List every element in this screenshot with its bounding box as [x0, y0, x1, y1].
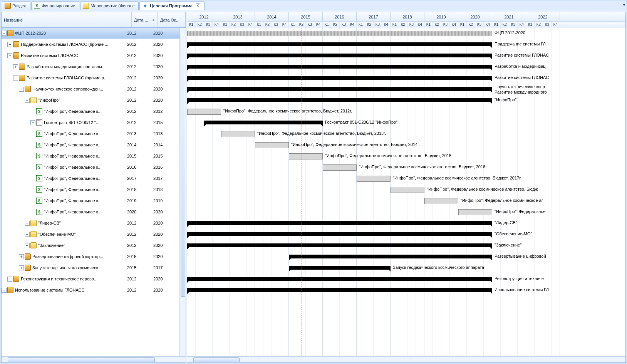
year-header[interactable]: 2012	[187, 12, 221, 21]
quarter-header[interactable]: К4	[348, 22, 357, 28]
quarter-header[interactable]: К3	[204, 22, 213, 28]
quarter-header[interactable]: К3	[441, 22, 450, 28]
quarter-header[interactable]: К3	[340, 22, 348, 28]
quarter-header[interactable]: К1	[526, 22, 535, 28]
tree-row[interactable]: +Разработка и модернизация составны...20…	[2, 61, 179, 72]
quarter-header[interactable]: К1	[458, 22, 467, 28]
task-bar[interactable]	[255, 142, 289, 148]
collapse-icon[interactable]: −	[7, 53, 12, 58]
tree-row[interactable]: −Научно-техническое сопровожден...201220…	[2, 84, 179, 95]
gantt-row[interactable]: Госконтракт 851-С200/12 "ИнфоПро"	[187, 117, 625, 129]
gantt-row[interactable]: "ИнфоПро", Федеральное космическое агент…	[187, 173, 625, 185]
summary-bar[interactable]	[187, 98, 492, 102]
summary-bar[interactable]	[187, 221, 492, 225]
expand-icon[interactable]: +	[7, 42, 12, 47]
quarter-header[interactable]: К2	[365, 22, 374, 28]
tree-row[interactable]: +Развертывание цифровой картогр...201520…	[2, 251, 179, 262]
tree-row[interactable]: $"ИнфоПро", Федеральное к...20152015	[2, 151, 179, 162]
tab-overflow-icon[interactable]: ▾	[623, 3, 625, 7]
gantt-row[interactable]: "ИнфоПро", Федеральное космическое агент…	[187, 140, 625, 151]
tab-2[interactable]: Мероприятие (Финанс	[80, 1, 139, 10]
gantt-row[interactable]: "Обеспечение-МО"	[187, 229, 625, 240]
task-bar[interactable]	[424, 198, 458, 204]
quarter-header[interactable]: К4	[552, 22, 560, 28]
year-header[interactable]: 2019	[424, 12, 458, 21]
collapse-icon[interactable]: −	[19, 87, 24, 92]
expand-icon[interactable]: +	[19, 265, 24, 270]
gantt-row[interactable]: "ИнфоПро", Федеральное космическое агент…	[187, 106, 625, 117]
year-header[interactable]: 2017	[357, 12, 391, 21]
quarter-header[interactable]: К3	[306, 22, 314, 28]
tree-row[interactable]: +"Обеспечение-МО"20122020	[2, 229, 179, 240]
expand-icon[interactable]: +	[2, 288, 7, 293]
quarter-header[interactable]: К4	[246, 22, 255, 28]
column-start[interactable]: Дата ... ▲	[132, 12, 158, 27]
quarter-header[interactable]: К4	[314, 22, 323, 28]
summary-bar[interactable]	[204, 121, 323, 124]
quarter-header[interactable]: К3	[272, 22, 280, 28]
gantt-row[interactable]: Использование системы ГЛ	[187, 285, 625, 296]
column-end[interactable]: Дата Ок...	[158, 12, 186, 27]
gantt-row[interactable]: "ИнфоПро", Федеральное космическое агент…	[187, 185, 625, 196]
gantt-row[interactable]: Реконструкция и техниче	[187, 274, 625, 285]
summary-bar[interactable]	[187, 288, 492, 292]
quarter-header[interactable]: К4	[382, 22, 391, 28]
gantt-row[interactable]: "Заключение"	[187, 240, 625, 252]
quarter-header[interactable]: К1	[357, 22, 365, 28]
tree-row[interactable]: −Развитие системы ГЛОНАСС (прочие р...20…	[2, 72, 179, 84]
summary-bar[interactable]	[187, 42, 492, 46]
expand-icon[interactable]: +	[30, 120, 35, 125]
year-header[interactable]: 2021	[492, 12, 526, 21]
quarter-header[interactable]: К1	[424, 22, 433, 28]
quarter-header[interactable]: К1	[323, 22, 331, 28]
quarter-header[interactable]: К2	[263, 22, 272, 28]
quarter-header[interactable]: К2	[535, 22, 543, 28]
quarter-header[interactable]: К1	[187, 22, 196, 28]
year-header[interactable]: 2022	[526, 12, 560, 21]
quarter-header[interactable]: К4	[416, 22, 424, 28]
quarter-header[interactable]: К2	[467, 22, 475, 28]
gantt-row[interactable]: "ИнфоПро", Федеральное космическое агент…	[187, 129, 625, 140]
gantt-row[interactable]: "ИнфоПро", Федеральное космическое аг	[187, 196, 625, 207]
expand-icon[interactable]: +	[25, 232, 30, 237]
quarter-header[interactable]: К3	[475, 22, 484, 28]
gantt-row[interactable]: ФЦП 2012-2020	[187, 28, 625, 39]
quarter-header[interactable]: К3	[238, 22, 246, 28]
year-header[interactable]: 2014	[255, 12, 289, 21]
gantt-body[interactable]: ФЦП 2012-2020Поддержание системы ГЛРазви…	[187, 28, 625, 356]
quarter-header[interactable]: К1	[221, 22, 230, 28]
scrollbar-thumb[interactable]	[181, 34, 185, 297]
collapse-icon[interactable]: −	[25, 98, 30, 103]
quarter-header[interactable]: К3	[509, 22, 518, 28]
gantt-row[interactable]: Разработка и модернизац	[187, 62, 625, 73]
task-bar[interactable]	[391, 187, 424, 193]
summary-bar[interactable]	[187, 76, 492, 80]
quarter-header[interactable]: К1	[289, 22, 297, 28]
gantt-row[interactable]: "ИнфоПро"	[187, 95, 625, 106]
year-header[interactable]: 2020	[458, 12, 492, 21]
collapse-icon[interactable]: −	[2, 31, 7, 36]
horizontal-scrollbar-right[interactable]	[187, 356, 625, 362]
quarter-header[interactable]: К2	[297, 22, 306, 28]
quarter-header[interactable]: К3	[374, 22, 382, 28]
tree-row[interactable]: $"ИнфоПро", Федеральное к...20132013	[2, 128, 179, 139]
tab-3[interactable]: ⌖Целевая Программа×	[139, 1, 204, 10]
tree-row[interactable]: +Запуск геодезического космическ...20152…	[2, 262, 179, 273]
gantt-row[interactable]: Развертывание цифровой	[187, 252, 625, 263]
gantt-row[interactable]: "ИнфоПро", Федеральное	[187, 207, 625, 218]
summary-bar[interactable]	[289, 266, 391, 270]
expand-icon[interactable]: +	[7, 277, 12, 282]
tree-row[interactable]: −ФЦП 2012-202020122020	[2, 28, 179, 39]
tree-row[interactable]: +"Заключение"20122020	[2, 240, 179, 251]
tree-row[interactable]: $"ИнфоПро", Федеральное к...20182018	[2, 184, 179, 195]
expand-icon[interactable]: +	[19, 254, 24, 259]
task-bar[interactable]	[357, 176, 391, 182]
quarter-header[interactable]: К4	[213, 22, 221, 28]
summary-bar[interactable]	[187, 232, 492, 236]
year-header[interactable]: 2013	[221, 12, 255, 21]
collapse-icon[interactable]: −	[13, 75, 18, 81]
quarter-header[interactable]: К1	[255, 22, 263, 28]
horizontal-scrollbar-left[interactable]	[2, 356, 186, 362]
scrollbar-thumb[interactable]	[193, 357, 240, 362]
quarter-header[interactable]: К2	[433, 22, 441, 28]
